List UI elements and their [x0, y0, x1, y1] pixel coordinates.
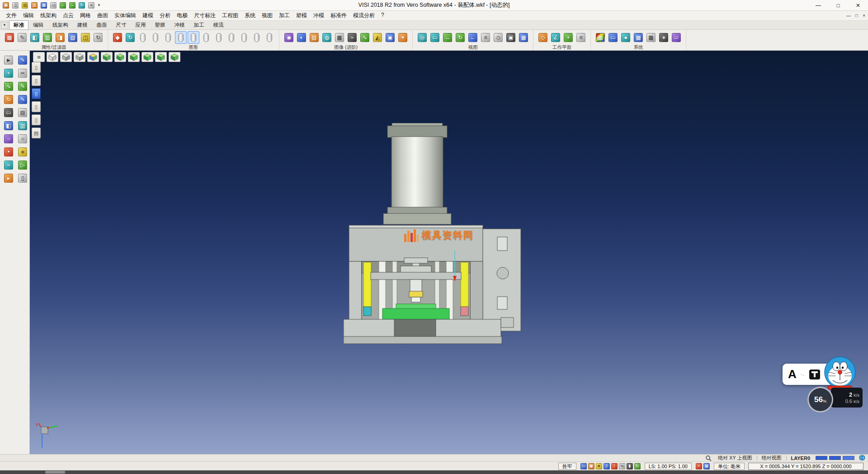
graphics-style-2-icon[interactable]: [150, 31, 161, 44]
selection-filter-icon[interactable]: ◧: [29, 31, 41, 44]
workplane-align-icon[interactable]: ∠: [550, 31, 561, 44]
ribbon-tab[interactable]: 曲面: [92, 20, 112, 30]
plugin-settings-icon[interactable]: ∗: [658, 31, 670, 44]
menu-item[interactable]: 尺寸标注: [191, 11, 219, 20]
menu-item[interactable]: 实体编辑: [111, 11, 139, 20]
view-shaded-4-icon[interactable]: [142, 52, 153, 62]
menu-item[interactable]: 曲面: [94, 11, 111, 20]
curvature-analysis-icon[interactable]: ∿: [359, 31, 371, 44]
view-list-icon[interactable]: ≡: [480, 31, 491, 44]
minimize-button[interactable]: —: [808, 0, 828, 11]
reset-filter-icon[interactable]: ↻: [92, 31, 104, 44]
menu-item[interactable]: 文件: [3, 11, 20, 20]
flag-tool-icon[interactable]: ▸: [4, 173, 14, 183]
globe-icon[interactable]: [859, 455, 865, 462]
redraw-icon[interactable]: ◆: [112, 31, 123, 44]
horizontal-scrollbar-thumb[interactable]: [45, 471, 65, 474]
ribbon-tab[interactable]: 标准: [9, 20, 28, 30]
menu-item[interactable]: 建模: [139, 11, 156, 20]
graphics-style-4-icon[interactable]: [175, 31, 187, 44]
refresh-icon[interactable]: ↻: [78, 1, 86, 9]
view-shaded-2-icon[interactable]: [114, 52, 126, 62]
image-status-icon[interactable]: ▣: [588, 463, 594, 469]
spline-icon[interactable]: ∿: [4, 81, 14, 91]
customize-icon[interactable]: ≡: [87, 1, 95, 9]
multi-viewport-icon[interactable]: ▦: [518, 31, 529, 44]
new-document-icon[interactable]: ▯: [11, 1, 19, 9]
view-mode-label[interactable]: 绝对视图: [757, 455, 786, 461]
graphics-style-11-icon[interactable]: [264, 31, 275, 44]
disk-status-icon[interactable]: ▮: [627, 463, 633, 469]
document-tool-icon[interactable]: ▯: [18, 173, 28, 183]
save-icon[interactable]: ▦: [40, 1, 48, 9]
element-filter-icon[interactable]: ▧: [67, 31, 79, 44]
menu-item[interactable]: 塑模: [293, 11, 310, 20]
edit-pencil-icon[interactable]: ✎: [18, 95, 28, 104]
background-icon[interactable]: ▣: [384, 31, 396, 44]
open-document-icon[interactable]: ▤: [21, 1, 29, 9]
menu-item[interactable]: 系统: [241, 11, 259, 20]
color-palette-icon[interactable]: ▦: [594, 31, 606, 44]
zoom-window-icon[interactable]: ▭: [429, 31, 441, 44]
cad-link-icon[interactable]: ▱: [670, 31, 682, 44]
view-shaded-1-icon[interactable]: [101, 52, 113, 62]
graphics-style-8-icon[interactable]: [226, 31, 237, 44]
viewcube-menu-icon[interactable]: ≡: [33, 52, 45, 62]
shading-icon[interactable]: ◐: [296, 31, 307, 44]
menu-item[interactable]: 电极: [174, 11, 191, 20]
menu-item[interactable]: 分析: [156, 11, 174, 20]
ribbon-tab[interactable]: 冲模: [170, 20, 189, 30]
redo-icon[interactable]: →: [68, 1, 76, 9]
history-icon[interactable]: ○: [18, 134, 28, 144]
ribbon-tab[interactable]: 加工: [189, 20, 209, 30]
menu-item[interactable]: 视图: [259, 11, 276, 20]
annotate-pencil-icon[interactable]: ✎: [18, 55, 28, 65]
circle-tool-icon[interactable]: ○: [4, 134, 14, 144]
graphics-style-6-icon[interactable]: [200, 31, 212, 44]
table-status-icon[interactable]: ▦: [703, 463, 710, 469]
attribute-properties-icon[interactable]: ▦: [4, 31, 15, 44]
ribbon-tab[interactable]: 线架构: [48, 20, 73, 30]
wave-tool-icon[interactable]: ≈: [4, 160, 14, 170]
menu-item[interactable]: 点云: [60, 11, 77, 20]
globe-settings-icon[interactable]: ●: [620, 31, 632, 44]
open-folder-icon[interactable]: ▥: [30, 1, 38, 9]
child-close-button[interactable]: ×: [863, 13, 865, 18]
print-icon[interactable]: ▭: [49, 1, 57, 9]
menu-item[interactable]: ?: [378, 11, 387, 20]
menu-item[interactable]: 工程图: [219, 11, 241, 20]
view-shaded-3-icon[interactable]: [128, 52, 140, 62]
ribbon-tab[interactable]: 模流: [209, 20, 228, 30]
previous-view-icon[interactable]: ←: [467, 31, 479, 44]
menu-item[interactable]: 编辑: [20, 11, 37, 20]
ribbon-tab[interactable]: 建模: [73, 20, 92, 30]
pan-view-icon[interactable]: ↔: [442, 31, 453, 44]
zebra-analysis-icon[interactable]: ≈: [346, 31, 358, 44]
scissors-icon[interactable]: ✂: [18, 68, 28, 78]
ribbon-tab[interactable]: 编辑: [28, 20, 48, 30]
lighting-icon[interactable]: ☀: [397, 31, 409, 44]
sheet-stack-icon[interactable]: ▤: [18, 108, 28, 118]
transparency-icon[interactable]: ◍: [321, 31, 333, 44]
graphics-style-5-icon[interactable]: [188, 31, 199, 44]
graphics-style-1-icon[interactable]: [137, 31, 149, 44]
active-layer-label[interactable]: LAYER0: [787, 455, 815, 461]
view-front-icon[interactable]: [74, 52, 85, 62]
printer-tool-icon[interactable]: ▭: [4, 108, 14, 118]
close-button[interactable]: ✕: [848, 0, 868, 11]
menu-item[interactable]: 加工: [276, 11, 293, 20]
matrix-settings-icon[interactable]: ▩: [645, 31, 657, 44]
view-shaded-6-icon[interactable]: [169, 52, 180, 62]
doc-view-5-icon[interactable]: ▯: [32, 114, 41, 125]
workplane-create-icon[interactable]: ◇: [537, 31, 549, 44]
app-icon[interactable]: ▣: [2, 1, 10, 9]
child-restore-button[interactable]: □: [855, 13, 858, 18]
view-top-icon[interactable]: [60, 52, 72, 62]
network-speed-widget[interactable]: 2 K/s 0.6 K/s: [831, 388, 863, 408]
draft-analysis-icon[interactable]: ◭: [372, 31, 383, 44]
undo-icon[interactable]: ←: [59, 1, 67, 9]
view-axonometric-icon[interactable]: [87, 52, 99, 62]
zoom-extents-icon[interactable]: ◎: [416, 31, 428, 44]
doc-view-2-icon[interactable]: ▯: [32, 75, 41, 86]
layer-color-swatch[interactable]: [843, 456, 854, 460]
